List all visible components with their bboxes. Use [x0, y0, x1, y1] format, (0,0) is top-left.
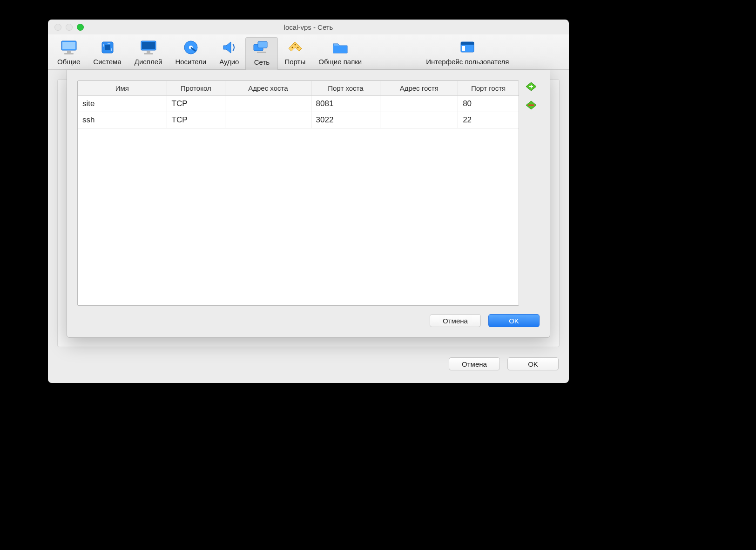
- svg-rect-16: [258, 41, 267, 48]
- table-header-row: Имя Протокол Адрес хоста Порт хоста Адре…: [78, 81, 519, 96]
- cell-protocol[interactable]: TCP: [167, 112, 225, 128]
- col-header-name[interactable]: Имя: [78, 81, 167, 96]
- cell-guest-addr[interactable]: [380, 96, 458, 112]
- ui-icon: [458, 39, 477, 56]
- monitor-icon: [60, 39, 78, 56]
- tab-shared-folders[interactable]: Общие папки: [312, 37, 368, 69]
- modal-ok-button[interactable]: OK: [488, 314, 540, 327]
- cell-name[interactable]: ssh: [78, 112, 167, 128]
- cell-host-addr[interactable]: [225, 96, 311, 112]
- settings-toolbar: Общие Система Дисплей Носители: [48, 34, 569, 70]
- modal-cancel-button[interactable]: Отмена: [430, 314, 481, 327]
- svg-rect-3: [64, 53, 74, 54]
- svg-point-19: [294, 44, 296, 46]
- window-zoom-button[interactable]: [77, 24, 84, 31]
- disk-icon: [182, 39, 200, 56]
- cell-guest-port[interactable]: 80: [458, 96, 519, 112]
- cell-host-addr[interactable]: [225, 112, 311, 128]
- window-title: local-vps - Сеть: [48, 23, 569, 31]
- cell-host-port[interactable]: 3022: [311, 112, 380, 128]
- svg-rect-23: [461, 42, 474, 45]
- col-header-host-addr[interactable]: Адрес хоста: [225, 81, 311, 96]
- cell-protocol[interactable]: TCP: [167, 96, 225, 112]
- settings-window: local-vps - Сеть Общие Система Дисплей: [48, 20, 569, 383]
- window-minimize-button[interactable]: [66, 24, 73, 31]
- tab-label: Дисплей: [135, 58, 162, 66]
- port-forwarding-dialog: Имя Протокол Адрес хоста Порт хоста Адре…: [67, 70, 550, 338]
- titlebar[interactable]: local-vps - Сеть: [48, 20, 569, 34]
- svg-rect-5: [105, 45, 110, 50]
- tab-system[interactable]: Система: [87, 37, 128, 69]
- svg-rect-27: [528, 105, 534, 106]
- remove-rule-button[interactable]: [525, 100, 537, 110]
- col-header-protocol[interactable]: Протокол: [167, 81, 225, 96]
- window-cancel-button[interactable]: Отмена: [449, 357, 500, 370]
- cell-name[interactable]: site: [78, 96, 167, 112]
- cell-guest-port[interactable]: 22: [458, 112, 519, 128]
- table-row[interactable]: site TCP 8081 80: [78, 96, 519, 112]
- add-rule-button[interactable]: [525, 81, 537, 92]
- svg-rect-1: [62, 42, 75, 49]
- tab-label: Порты: [284, 58, 305, 66]
- tab-label: Аудио: [219, 58, 239, 66]
- tab-audio[interactable]: Аудио: [213, 37, 245, 69]
- svg-point-18: [291, 47, 293, 48]
- serial-icon: [286, 39, 304, 56]
- col-header-guest-port[interactable]: Порт гостя: [458, 81, 519, 96]
- cell-host-port[interactable]: 8081: [311, 96, 380, 112]
- tab-label: Носители: [175, 58, 206, 66]
- tab-general[interactable]: Общие: [51, 37, 87, 69]
- window-close-button[interactable]: [54, 24, 61, 31]
- svg-rect-2: [67, 51, 71, 53]
- window-ok-button[interactable]: OK: [507, 357, 559, 370]
- col-header-guest-addr[interactable]: Адрес гостя: [380, 81, 458, 96]
- folder-icon: [331, 39, 350, 56]
- svg-rect-12: [144, 53, 153, 54]
- speaker-icon: [220, 39, 238, 56]
- svg-rect-24: [462, 46, 465, 51]
- svg-rect-21: [333, 46, 347, 53]
- tab-storage[interactable]: Носители: [169, 37, 213, 69]
- display-icon: [139, 39, 158, 56]
- svg-point-20: [297, 47, 298, 48]
- network-icon: [252, 40, 271, 56]
- tab-user-interface[interactable]: Интерфейс пользователя: [419, 37, 515, 69]
- tab-network[interactable]: Сеть: [245, 37, 278, 70]
- tab-label: Общие: [57, 58, 80, 66]
- tab-label: Сеть: [254, 58, 270, 66]
- svg-rect-11: [147, 51, 150, 53]
- table-row[interactable]: ssh TCP 3022 22: [78, 112, 519, 128]
- chip-icon: [98, 39, 117, 56]
- tab-ports[interactable]: Порты: [278, 37, 312, 69]
- cell-guest-addr[interactable]: [380, 112, 458, 128]
- tab-label: Система: [93, 58, 121, 66]
- port-forwarding-table[interactable]: Имя Протокол Адрес хоста Порт хоста Адре…: [77, 80, 519, 306]
- svg-rect-10: [142, 42, 155, 49]
- tab-display[interactable]: Дисплей: [128, 37, 169, 69]
- col-header-host-port[interactable]: Порт хоста: [311, 81, 380, 96]
- svg-rect-17: [257, 52, 266, 53]
- tab-label: Общие папки: [318, 58, 362, 66]
- tab-label: Интерфейс пользователя: [426, 58, 509, 66]
